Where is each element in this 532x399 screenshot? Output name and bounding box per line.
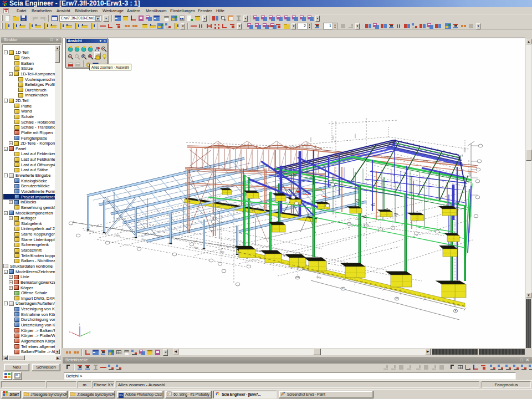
svg-text:62: 62 bbox=[342, 287, 345, 290]
svg-text:3500: 3500 bbox=[89, 230, 94, 233]
svg-text:2100: 2100 bbox=[463, 148, 466, 152]
svg-text:3500: 3500 bbox=[141, 238, 146, 241]
svg-text:3500: 3500 bbox=[193, 247, 198, 249]
svg-text:z: z bbox=[79, 323, 80, 326]
svg-text:30935: 30935 bbox=[469, 171, 471, 177]
svg-text:x: x bbox=[69, 331, 71, 334]
svg-text:63: 63 bbox=[296, 276, 299, 279]
svg-text:3500: 3500 bbox=[219, 250, 224, 253]
svg-text:9600: 9600 bbox=[316, 276, 321, 279]
svg-text:3500: 3500 bbox=[115, 234, 120, 237]
svg-text:61: 61 bbox=[396, 297, 398, 300]
svg-text:y: y bbox=[89, 331, 91, 334]
svg-text:A: A bbox=[455, 309, 457, 312]
